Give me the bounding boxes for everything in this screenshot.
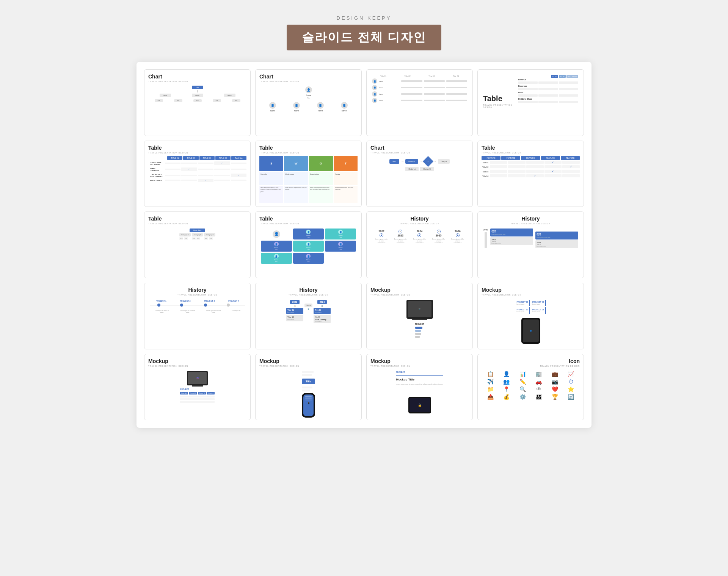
person-name-2: Name bbox=[294, 110, 299, 112]
check-cell-3-2 bbox=[181, 175, 197, 176]
blue-card-1: 👤 Name Title bbox=[261, 241, 292, 252]
feat-row-3-c5 bbox=[562, 170, 580, 173]
slide-history-projects[interactable]: History TRAVEL PRESENTATION DESIGN PROJE… bbox=[144, 283, 251, 349]
slide-history-vert[interactable]: History TRAVEL PRESENTATION DESIGN 2022 … bbox=[477, 211, 584, 278]
slide-table-finance[interactable]: Table TRAVEL PRESENTATION DESIGN FY 15 F… bbox=[477, 69, 584, 136]
icon-upload: 📤 bbox=[483, 394, 498, 400]
slide-subtitle-12: TRAVEL PRESENTATION DESIGN bbox=[482, 222, 580, 225]
swot-s-content: What are your company's best features? H… bbox=[259, 186, 283, 203]
profile-row-2: 👤 Name bbox=[372, 85, 467, 90]
slide-table-hierarchy[interactable]: Table TRAVEL PRESENTATION DESIGN Main Ti… bbox=[144, 211, 251, 278]
slide-history-connected[interactable]: History TRAVEL PRESENTATION DESIGN 2022 … bbox=[255, 283, 362, 349]
feat-row-1-label: Title 01 bbox=[482, 161, 489, 164]
swot-w-content: What areas of improvement can you identi… bbox=[284, 186, 308, 203]
slide-table-check[interactable]: Table TRAVEL PRESENTATION DESIGN TITLE 0… bbox=[144, 141, 251, 207]
timeline-label-2026: Lorem ipsum dolor sit amet consectetur bbox=[451, 238, 464, 244]
slide-table-profile[interactable]: Title 01 Title 02 Title 03 Title 04 👤 Na… bbox=[366, 69, 473, 136]
icon-plane: ✈️ bbox=[483, 379, 498, 385]
icon-clock: ⏱ bbox=[564, 379, 579, 385]
slide-mockup-tablet-right[interactable]: Mockup TRAVEL PRESENTATION DESIGN PROJEC… bbox=[477, 283, 584, 349]
swot-o-header: O bbox=[309, 156, 333, 171]
check-cell-4-3: ✓ bbox=[198, 179, 214, 182]
icon-pencil: ✏️ bbox=[515, 379, 530, 385]
brand-label: DESIGN KEEPY bbox=[337, 15, 392, 21]
phone-title-block: Title bbox=[302, 379, 315, 384]
phone-content-row-1 bbox=[302, 371, 314, 373]
org-bot-box-4: Sub bbox=[213, 99, 221, 102]
profile-row-3: 👤 Name bbox=[372, 91, 467, 97]
avatar-3: 👤 bbox=[317, 102, 324, 109]
timeline-year-2023: 2023 bbox=[397, 234, 403, 237]
proj-item-03: PROJECT 03 Lorem ipsum bbox=[515, 307, 530, 314]
timeline-dot-2022 bbox=[380, 234, 383, 237]
slide-icon-grid[interactable]: Icon TRAVEL PRESENTATION DESIGN 📋 👤 📊 🏢 … bbox=[477, 354, 584, 421]
slide-mockup-monitor-left[interactable]: Mockup TRAVEL PRESENTATION DESIGN 🌆 PROJ… bbox=[144, 354, 251, 421]
hist-vert-year-2022: 2022 bbox=[483, 229, 488, 231]
slide-subtitle-4: TRAVEL PRESENTATION DESIGN bbox=[483, 104, 513, 108]
fin-dividend-label: Dividend Share bbox=[518, 98, 578, 100]
profile-row-1: 👤 Name bbox=[372, 78, 467, 84]
slide-subtitle-6: TRAVEL PRESENTATION DESIGN bbox=[259, 152, 358, 154]
conn-year-2023: 2023 bbox=[304, 304, 312, 307]
monitor-stand bbox=[412, 319, 427, 320]
timeline-node-2026: 2026 Lorem ipsum dolor sit amet consecte… bbox=[451, 230, 464, 244]
check-cell-1-2 bbox=[181, 163, 197, 164]
check-col-2: TITLE 02 bbox=[183, 156, 198, 160]
swot-s-header: S bbox=[259, 156, 283, 171]
fin-revenue-label: Revenue bbox=[518, 78, 578, 81]
phone-content-row-3 bbox=[302, 387, 312, 388]
slide-chart-flow[interactable]: Chart TRAVEL PRESENTATION DESIGN Start →… bbox=[366, 141, 473, 207]
slide-mockup-title[interactable]: Mockup TRAVEL PRESENTATION DESIGN PROJEC… bbox=[366, 354, 473, 421]
check-col-3: TITLE 03 bbox=[199, 156, 215, 160]
slide-chart-person[interactable]: Chart TRAVEL PRESENTATION DESIGN 👤 Name … bbox=[255, 69, 362, 136]
blue-card-3: 👤 Name Title bbox=[293, 253, 324, 264]
swot-w-header: W bbox=[284, 156, 308, 171]
timeline-node-2024: 2024 Lorem ipsum dolor sit amet consecte… bbox=[413, 230, 426, 244]
proj-bar-2 bbox=[415, 330, 421, 332]
phone-content-row-4 bbox=[302, 390, 310, 391]
slide-table-swot[interactable]: Table TRAVEL PRESENTATION DESIGN S W O T… bbox=[255, 141, 362, 207]
timeline-dot-2026 bbox=[456, 234, 459, 237]
avatar-4: 👤 bbox=[341, 102, 348, 109]
proj-label-2: PROJECT 2 bbox=[180, 300, 191, 302]
timeline-label-2025: Lorem ipsum dolor sit amet consectetur bbox=[432, 238, 445, 244]
icon-heart: ❤️ bbox=[548, 386, 562, 392]
slide-mockup-phone[interactable]: Mockup TRAVEL PRESENTATION DESIGN Title … bbox=[255, 354, 362, 421]
check-cell-1-5 bbox=[231, 163, 247, 164]
fin-col-1: FY 15 bbox=[551, 75, 558, 78]
proj-desc-4: Lorem ipsum bbox=[232, 310, 240, 313]
check-row-3: CUSTOMIZABLE STARTER PACKS bbox=[148, 173, 164, 178]
slide-mockup-monitor[interactable]: Mockup TRAVEL PRESENTATION DESIGN 📷 PROJ… bbox=[366, 283, 473, 349]
slide-title-2: Chart bbox=[259, 74, 358, 80]
slide-history-timeline[interactable]: History TRAVEL PRESENTATION DESIGN 2022 … bbox=[366, 211, 473, 278]
feat-row-1-c1 bbox=[490, 161, 507, 164]
slide-subtitle-10: TRAVEL PRESENTATION DESIGN bbox=[259, 222, 358, 225]
hier-sub-5: Sub bbox=[204, 237, 208, 240]
slide-table-feature[interactable]: Table TRAVEL PRESENTATION DESIGN FEATURE… bbox=[477, 141, 584, 207]
profile-row-4: 👤 Name bbox=[372, 98, 467, 103]
proj-dot-2 bbox=[180, 304, 183, 307]
check-cell-3-4 bbox=[214, 175, 230, 176]
swot-t-header: T bbox=[334, 156, 358, 171]
icon-location: 📍 bbox=[499, 386, 514, 392]
slide-title-19: Mockup bbox=[370, 358, 469, 364]
conn-icon-2: ⚙️ bbox=[308, 308, 309, 310]
check-cell-2-3 bbox=[198, 169, 214, 170]
hier-c1: Category 1 bbox=[179, 233, 191, 236]
hier-sub-6: Sub bbox=[209, 237, 213, 240]
slide-table-person-cards[interactable]: Table TRAVEL PRESENTATION DESIGN 👤 👤 Nam… bbox=[255, 211, 362, 278]
slide-chart-org[interactable]: Chart TRAVEL PRESENTATION DESIGN Title N… bbox=[144, 69, 251, 136]
timeline-year-2026: 2026 bbox=[455, 230, 461, 233]
flow-box-3: Output bbox=[438, 159, 450, 164]
check-row-1: PLASTIC WRAP UNIT SHAKEN bbox=[148, 161, 164, 166]
slide-subtitle-15: TRAVEL PRESENTATION DESIGN bbox=[370, 294, 469, 296]
icon-person: 👤 bbox=[499, 371, 514, 377]
feat-row-3-c1 bbox=[490, 170, 507, 173]
proj-dot-4 bbox=[227, 304, 230, 307]
slide-title-8: Table bbox=[482, 145, 580, 151]
slide-subtitle-8: TRAVEL PRESENTATION DESIGN bbox=[482, 152, 580, 154]
slide-title-18: Mockup bbox=[259, 358, 358, 364]
org-bot-box-3: Sub bbox=[193, 99, 202, 102]
timeline-label-2023: Lorem ipsum dolor sit amet consectetur bbox=[394, 238, 407, 244]
mockup-proj-label-2: PROJECT bbox=[180, 388, 215, 390]
